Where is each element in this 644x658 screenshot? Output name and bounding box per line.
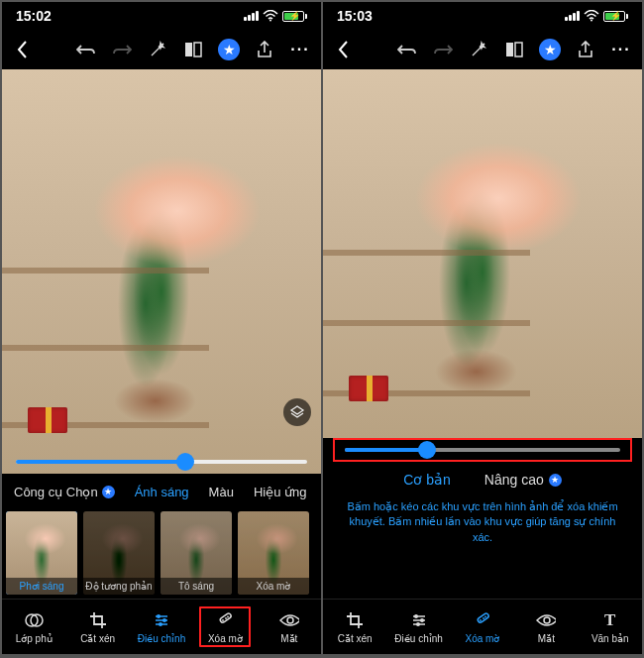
svg-point-17 <box>420 618 424 622</box>
svg-point-5 <box>157 614 161 618</box>
layers-button[interactable] <box>283 398 311 426</box>
eye-icon <box>536 610 556 630</box>
back-button[interactable] <box>12 39 34 60</box>
svg-point-13 <box>590 20 592 22</box>
exposure-slider[interactable] <box>16 460 307 464</box>
tool-adjust[interactable]: Điều chỉnh <box>136 610 187 644</box>
premium-star-icon: ★ <box>549 474 562 487</box>
wifi-icon <box>584 10 599 22</box>
svg-point-7 <box>159 622 162 626</box>
svg-point-9 <box>222 619 224 621</box>
crop-icon <box>88 610 108 630</box>
tab-advanced[interactable]: Nâng cao★ <box>484 472 562 488</box>
category-tabs: Công cụ Chọn★ Ánh sáng Màu Hiệu ứng <box>2 474 321 509</box>
battery-icon: ⚡ <box>603 11 628 22</box>
tab-effects[interactable]: Hiệu ứng <box>254 485 307 499</box>
svg-point-21 <box>483 617 484 619</box>
redo-button[interactable] <box>111 39 133 60</box>
adjust-icon <box>409 610 429 630</box>
svg-rect-2 <box>194 43 201 56</box>
screen-right: 15:03 ⚡ ★ ··· <box>323 2 642 654</box>
thumb-dehaze[interactable]: Xóa mờ <box>238 511 309 595</box>
svg-point-11 <box>227 616 229 618</box>
text-icon: T <box>600 610 620 630</box>
svg-point-16 <box>414 614 418 618</box>
magic-wand-button[interactable] <box>147 39 168 60</box>
status-time: 15:02 <box>16 8 52 24</box>
bottom-toolbar: Lớp phủ Cắt xén Điều chỉnh Xóa mờ Mắt <box>2 599 321 654</box>
svg-point-12 <box>287 617 293 623</box>
status-right: ⚡ <box>244 10 307 22</box>
back-button[interactable] <box>333 39 355 60</box>
tool-crop[interactable]: Cắt xén <box>72 610 124 644</box>
undo-button[interactable] <box>75 39 97 60</box>
redo-button[interactable] <box>432 39 454 60</box>
overlay-icon <box>24 610 44 630</box>
adjustment-thumbnails: Phơi sáng Độ tương phản Tô sáng Xóa mờ <box>2 509 321 599</box>
eye-icon <box>279 610 299 630</box>
status-bar: 15:02 ⚡ <box>2 2 321 30</box>
battery-icon: ⚡ <box>282 11 307 22</box>
tab-basic[interactable]: Cơ bản <box>403 472 451 488</box>
premium-star-button[interactable]: ★ <box>218 39 240 60</box>
status-time: 15:03 <box>337 8 373 24</box>
tool-eye[interactable]: Mắt <box>520 610 572 644</box>
status-right: ⚡ <box>565 10 628 22</box>
status-bar: 15:03 ⚡ <box>323 2 642 30</box>
svg-point-6 <box>162 618 166 622</box>
bottom-toolbar: Cắt xén Điều chỉnh Xóa mờ Mắt T Văn bản <box>323 599 642 654</box>
thumb-highlight[interactable]: Tô sáng <box>161 511 232 595</box>
svg-point-0 <box>269 20 271 22</box>
tool-heal[interactable]: Xóa mờ <box>457 610 508 644</box>
tab-selection-tool[interactable]: Công cụ Chọn★ <box>14 485 115 499</box>
compare-button[interactable] <box>182 39 204 60</box>
tool-heal[interactable]: Xóa mờ <box>199 606 251 647</box>
compare-button[interactable] <box>503 39 525 60</box>
adjust-icon <box>152 610 171 630</box>
screen-left: 15:02 ⚡ ★ ··· <box>2 2 321 654</box>
photo-canvas[interactable] <box>2 69 321 474</box>
premium-star-button[interactable]: ★ <box>539 39 561 60</box>
wifi-icon <box>263 10 278 22</box>
mode-tabs: Cơ bản Nâng cao★ <box>323 462 642 494</box>
svg-point-22 <box>484 615 486 617</box>
svg-rect-15 <box>515 43 522 56</box>
premium-star-icon: ★ <box>102 486 115 498</box>
signal-icon <box>565 11 580 21</box>
top-toolbar: ★ ··· <box>323 30 642 69</box>
thumb-contrast[interactable]: Độ tương phản <box>83 511 155 595</box>
signal-icon <box>244 11 259 21</box>
svg-point-23 <box>544 617 550 623</box>
photo-canvas[interactable] <box>323 69 642 438</box>
share-button[interactable] <box>575 39 596 60</box>
tool-text[interactable]: T Văn bản <box>585 610 636 644</box>
tab-lighting[interactable]: Ánh sáng <box>135 485 189 499</box>
hint-text: Bấm hoặc kéo các khu vực trên hình ảnh đ… <box>323 494 642 557</box>
brush-size-slider[interactable] <box>333 438 632 462</box>
svg-point-18 <box>416 622 420 626</box>
tab-color[interactable]: Màu <box>209 485 234 499</box>
more-button[interactable]: ··· <box>610 39 632 60</box>
share-button[interactable] <box>254 39 275 60</box>
tool-overlay[interactable]: Lớp phủ <box>8 610 59 644</box>
heal-icon <box>473 610 492 630</box>
heal-icon <box>215 610 235 630</box>
tool-adjust[interactable]: Điều chỉnh <box>393 610 445 644</box>
more-button[interactable]: ··· <box>289 39 311 60</box>
undo-button[interactable] <box>396 39 418 60</box>
magic-wand-button[interactable] <box>468 39 489 60</box>
crop-icon <box>345 610 365 630</box>
thumb-exposure[interactable]: Phơi sáng <box>6 511 77 595</box>
tool-crop[interactable]: Cắt xén <box>329 610 380 644</box>
svg-point-10 <box>225 617 227 619</box>
svg-point-20 <box>480 619 482 621</box>
top-toolbar: ★ ··· <box>2 30 321 69</box>
svg-rect-14 <box>506 43 513 56</box>
tool-eye[interactable]: Mắt <box>264 610 315 644</box>
svg-rect-1 <box>185 43 192 56</box>
